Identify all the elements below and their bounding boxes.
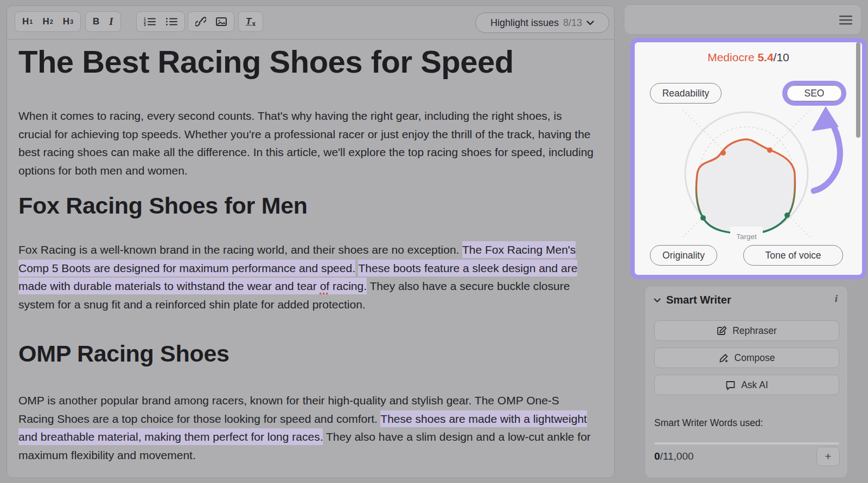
tone-point bbox=[784, 212, 790, 218]
h1-button[interactable]: H1 bbox=[18, 14, 36, 30]
section-heading-fox: Fox Racing Shoes for Men bbox=[18, 192, 308, 219]
words-used-count: 0/11,000 bbox=[654, 450, 694, 462]
list-group: 1 2 3 bbox=[136, 11, 185, 32]
compose-button[interactable]: Compose bbox=[654, 347, 839, 368]
fox-paragraph: Fox Racing is a well-known brand in the … bbox=[18, 241, 595, 313]
text-segment: Fox Racing is a well-known brand in the … bbox=[18, 243, 462, 256]
h2-button[interactable]: H2 bbox=[39, 14, 56, 30]
bold-button[interactable]: B bbox=[89, 14, 103, 30]
insert-group bbox=[188, 11, 234, 32]
section-heading-omp: OMP Racing Shoes bbox=[18, 340, 229, 367]
unordered-list-icon[interactable] bbox=[162, 14, 181, 30]
readability-pill[interactable]: Readability bbox=[650, 83, 722, 104]
add-words-button[interactable]: + bbox=[816, 447, 840, 466]
smart-writer-card: Smart Writer i Rephraser Compose Ask AI … bbox=[644, 286, 848, 478]
svg-text:3: 3 bbox=[144, 23, 146, 27]
content-score-panel: Mediocre 5.4/10 bbox=[630, 38, 866, 279]
omp-paragraph: OMP is another popular brand among racer… bbox=[18, 391, 595, 464]
originality-pill[interactable]: Originality bbox=[650, 245, 717, 266]
image-icon[interactable] bbox=[212, 14, 231, 30]
intro-paragraph: When it comes to racing, every second co… bbox=[18, 107, 595, 179]
clear-formatting-icon[interactable]: Tx bbox=[242, 14, 259, 30]
score-radar-chart: Target bbox=[635, 42, 862, 275]
smart-writer-title: Smart Writer bbox=[666, 294, 731, 306]
link-icon[interactable] bbox=[192, 14, 210, 30]
words-used-label: Smart Writer Words used: bbox=[654, 417, 763, 429]
target-ring-label: Target bbox=[736, 233, 757, 241]
heading-button-group: H1 H2 H3 bbox=[15, 11, 81, 32]
seo-pill[interactable]: SEO bbox=[787, 85, 842, 101]
text-style-group: B I bbox=[85, 11, 121, 32]
chevron-down-icon bbox=[654, 298, 661, 302]
highlight-issues-label: Highlight issues bbox=[490, 17, 559, 29]
smart-writer-header[interactable]: Smart Writer bbox=[654, 294, 731, 306]
tone-of-voice-pill[interactable]: Tone of voice bbox=[743, 245, 843, 266]
clear-format-group: Tx bbox=[238, 11, 263, 32]
menu-icon[interactable] bbox=[839, 15, 852, 27]
originality-point bbox=[700, 215, 706, 221]
app-screen: H1 H2 H3 B I 1 2 3 bbox=[0, 0, 868, 483]
seo-point bbox=[767, 147, 773, 153]
sidebar-header-card bbox=[624, 4, 861, 35]
chevron-down-icon bbox=[586, 21, 594, 25]
text-segment: When it comes to racing, every second co… bbox=[18, 110, 593, 177]
seo-pill-highlight-ring[interactable]: SEO bbox=[782, 81, 846, 106]
highlight-issues-count: 8/13 bbox=[563, 17, 582, 29]
pen-sparkle-icon bbox=[719, 353, 729, 363]
panel-scrollbar[interactable] bbox=[856, 42, 860, 138]
readability-point bbox=[720, 150, 726, 156]
pencil-square-icon bbox=[717, 326, 727, 336]
highlight-issues-dropdown[interactable]: Highlight issues 8/13 bbox=[475, 12, 609, 33]
highlighted-text: racing. bbox=[329, 278, 367, 294]
highlighted-text: of bbox=[320, 278, 330, 294]
italic-button[interactable]: I bbox=[105, 14, 117, 30]
document-title: The Best Racing Shoes for Speed bbox=[18, 44, 607, 80]
chat-bubble-icon bbox=[725, 380, 736, 390]
editor-toolbar: H1 H2 H3 B I 1 2 3 bbox=[7, 6, 614, 40]
info-icon[interactable]: i bbox=[835, 293, 838, 305]
ordered-list-icon[interactable]: 1 2 3 bbox=[140, 14, 159, 30]
rephraser-button[interactable]: Rephraser bbox=[654, 320, 839, 341]
editor-panel: H1 H2 H3 B I 1 2 3 bbox=[7, 5, 615, 478]
ask-ai-button[interactable]: Ask AI bbox=[654, 375, 839, 395]
words-used-progressbar bbox=[654, 442, 839, 445]
h3-button[interactable]: H3 bbox=[59, 14, 77, 30]
